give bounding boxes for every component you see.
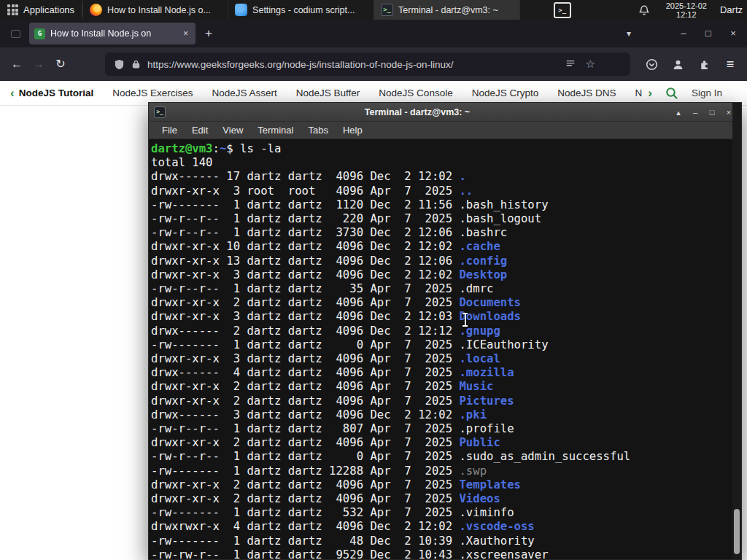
terminal-line: drwxr-xr-x 2 dartz dartz 4096 Apr 7 2025…: [151, 478, 731, 492]
terminal-line: -rw------- 1 dartz dartz 532 Apr 7 2025 …: [151, 506, 731, 520]
terminal-line: drwx------ 2 dartz dartz 4096 Dec 2 12:1…: [151, 324, 731, 338]
terminal-line: -rw------- 1 dartz dartz 48 Dec 2 10:39 …: [151, 534, 731, 548]
applications-menu[interactable]: Applications: [0, 0, 82, 20]
tab-title: How to Install Node.js on: [50, 28, 176, 39]
site-nav-item[interactable]: NodeJS Crypto: [472, 88, 539, 98]
terminal-maximize-button[interactable]: □: [705, 105, 719, 120]
url-text[interactable]: https://www.geeksforgeeks.org/node-js/in…: [147, 59, 559, 70]
terminal-shade-button[interactable]: ▴: [671, 105, 686, 120]
menu-button[interactable]: ≡: [719, 53, 741, 75]
tab-close-button[interactable]: ×: [181, 28, 190, 39]
site-nav-item[interactable]: Node: [635, 88, 643, 98]
terminal-icon: >_: [381, 4, 393, 16]
notifications-button[interactable]: [638, 4, 650, 16]
url-bar[interactable]: https://www.geeksforgeeks.org/node-js/in…: [105, 52, 630, 76]
site-nav-item[interactable]: NodeJS Assert: [212, 88, 276, 98]
new-tab-button[interactable]: +: [199, 24, 218, 43]
terminal-line: total 140: [151, 156, 731, 170]
search-icon[interactable]: [665, 87, 678, 100]
sign-in-link[interactable]: Sign In: [692, 88, 722, 98]
taskbar-button-firefox[interactable]: How to Install Node.js o...: [82, 0, 228, 20]
username: Dartz: [720, 4, 743, 15]
menu-item-terminal[interactable]: Terminal: [250, 122, 301, 139]
terminal-line: drwxr-xr-x 13 dartz dartz 4096 Dec 2 12:…: [151, 254, 731, 268]
reader-mode-icon[interactable]: [565, 59, 576, 69]
taskbar-button-label: Settings - codium script...: [252, 5, 355, 15]
taskbar-button-terminal[interactable]: >_ Terminal - dartz@vm3: ~: [374, 0, 520, 20]
mouse-cursor: [461, 313, 469, 327]
terminal-line: drwxr-xr-x 3 dartz dartz 4096 Dec 2 12:0…: [151, 310, 731, 324]
site-nav-item[interactable]: NodeJS Console: [379, 88, 452, 98]
menu-item-view[interactable]: View: [215, 122, 250, 139]
menu-item-file[interactable]: File: [155, 122, 185, 139]
back-button[interactable]: ←: [6, 53, 28, 75]
menu-item-edit[interactable]: Edit: [185, 122, 215, 139]
terminal-line: drwxrwxr-x 4 dartz dartz 4096 Dec 2 12:0…: [151, 520, 731, 534]
desktop: Applications How to Install Node.js o...…: [0, 0, 747, 560]
terminal-line: drwxr-xr-x 3 dartz dartz 4096 Apr 7 2025…: [151, 352, 731, 366]
terminal-title: Terminal - dartz@vm3: ~: [166, 107, 669, 117]
taskbar-button-label: How to Install Node.js o...: [107, 5, 211, 15]
firefox-view-button[interactable]: [6, 24, 25, 43]
menu-item-tabs[interactable]: Tabs: [301, 122, 335, 139]
terminal-line: -rw-r--r-- 1 dartz dartz 3730 Dec 2 12:0…: [151, 226, 731, 240]
chevron-left-icon: ‹: [10, 87, 15, 99]
bookmark-star-icon[interactable]: ☆: [586, 58, 595, 71]
site-nav-item[interactable]: NodeJS Exercises: [112, 88, 193, 98]
taskbar-button-settings[interactable]: Settings - codium script...: [228, 0, 374, 20]
terminal-scrollbar[interactable]: [732, 103, 741, 559]
extensions-icon: [698, 58, 711, 71]
browser-tab[interactable]: G How to Install Node.js on ×: [29, 23, 196, 44]
terminal-line: -rw-r--r-- 1 dartz dartz 0 Apr 7 2025 .s…: [151, 450, 731, 464]
bell-icon: [638, 4, 650, 16]
window-close-button[interactable]: ×: [722, 23, 744, 44]
pocket-button[interactable]: [640, 53, 662, 75]
terminal-minimize-button[interactable]: –: [688, 105, 703, 120]
tab-bar: G How to Install Node.js on × + ▾ – □ ×: [0, 20, 747, 47]
terminal-line: drwxr-xr-x 2 dartz dartz 4096 Apr 7 2025…: [151, 296, 731, 310]
terminal-line: dartz@vm3:~$ ls -la: [151, 142, 731, 156]
taskbar-button-label: Terminal - dartz@vm3: ~: [398, 5, 498, 15]
codium-icon: [235, 4, 247, 16]
terminal-line: drwxr-xr-x 2 dartz dartz 4096 Apr 7 2025…: [151, 436, 731, 450]
site-nav-back-label: NodeJS Tutorial: [19, 88, 94, 98]
site-nav-back[interactable]: ‹ NodeJS Tutorial: [10, 87, 93, 99]
reload-button[interactable]: ↻: [50, 53, 71, 75]
lock-icon[interactable]: [131, 59, 141, 69]
clock[interactable]: 2025-12-02 12:12: [666, 1, 707, 19]
terminal-line: drwx------ 17 dartz dartz 4096 Dec 2 12:…: [151, 170, 731, 184]
scrollbar-thumb[interactable]: [734, 509, 740, 554]
terminal-line: -rw-rw-r-- 1 dartz dartz 9529 Dec 2 10:4…: [151, 548, 731, 559]
site-nav-item[interactable]: NodeJS Buffer: [296, 88, 360, 98]
terminal-line: drwx------ 4 dartz dartz 4096 Apr 7 2025…: [151, 366, 731, 380]
pocket-icon: [646, 58, 658, 71]
terminal-line: -rw-r--r-- 1 dartz dartz 807 Apr 7 2025 …: [151, 422, 731, 436]
window-minimize-button[interactable]: –: [673, 23, 694, 44]
forward-button[interactable]: →: [28, 53, 50, 75]
account-icon: [672, 58, 684, 71]
menu-item-help[interactable]: Help: [336, 122, 370, 139]
extensions-button[interactable]: [693, 53, 715, 75]
window-maximize-button[interactable]: □: [697, 23, 719, 44]
nav-toolbar: ← → ↻ https://www.geeksforgeeks.org/node…: [0, 47, 747, 81]
terminal-output[interactable]: dartz@vm3:~$ ls -latotal 140drwx------ 1…: [149, 140, 741, 559]
terminal-titlebar[interactable]: >_ Terminal - dartz@vm3: ~ ▴ – □ ×: [149, 103, 741, 122]
tray-terminal-icon[interactable]: >_: [554, 2, 571, 18]
site-nav-item[interactable]: NodeJS DNS: [557, 88, 616, 98]
terminal-window: >_ Terminal - dartz@vm3: ~ ▴ – □ × File …: [148, 102, 742, 560]
account-button[interactable]: [667, 53, 689, 75]
terminal-line: drwxr-xr-x 10 dartz dartz 4096 Dec 2 12:…: [151, 240, 731, 254]
chevron-right-icon[interactable]: ›: [648, 87, 652, 99]
terminal-menubar: File Edit View Terminal Tabs Help: [149, 122, 741, 139]
terminal-line: -rw-r--r-- 1 dartz dartz 220 Apr 7 2025 …: [151, 212, 731, 226]
terminal-line: drwxr-xr-x 2 dartz dartz 4096 Apr 7 2025…: [151, 380, 731, 394]
terminal-titlebar-icon: >_: [154, 106, 166, 118]
terminal-line: drwxr-xr-x 2 dartz dartz 4096 Apr 7 2025…: [151, 492, 731, 506]
terminal-line: -rw------- 1 dartz dartz 12288 Apr 7 202…: [151, 464, 731, 478]
list-tabs-button[interactable]: ▾: [619, 28, 639, 39]
shield-icon[interactable]: [114, 59, 125, 70]
clock-date: 2025-12-02: [666, 1, 707, 10]
terminal-line: drwxr-xr-x 2 dartz dartz 4096 Apr 7 2025…: [151, 394, 731, 408]
terminal-line: -rw-r--r-- 1 dartz dartz 35 Apr 7 2025 .…: [151, 282, 731, 296]
system-tray: >_: [554, 2, 571, 18]
